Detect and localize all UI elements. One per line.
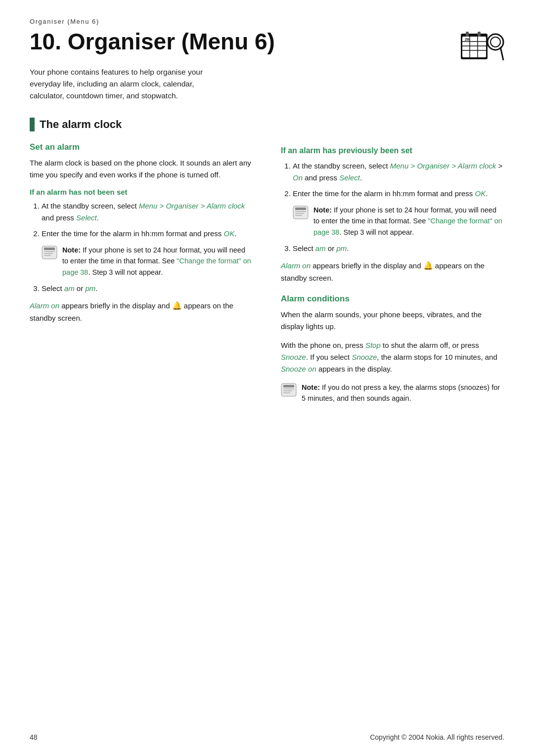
set-alarm-body: The alarm clock is based on the phone cl…	[30, 157, 253, 181]
step3-period: .	[95, 284, 97, 293]
top-label: Organiser (Menu 6)	[30, 18, 504, 25]
not-been-set-heading: If an alarm has not been set	[30, 188, 253, 196]
svg-point-9	[490, 37, 500, 47]
prev-step1-text-mid: >	[496, 162, 502, 170]
not-been-set-step-2: Enter the time for the alarm in hh:mm fo…	[42, 228, 253, 278]
logo-area: 28	[460, 30, 504, 66]
svg-line-10	[500, 47, 503, 60]
change-format-link-left: "Change the format" on page 38	[62, 257, 251, 276]
heading-bar-icon	[30, 118, 35, 131]
nokia-logo-icon: 28	[460, 30, 504, 64]
page-title: 10. Organiser (Menu 6)	[30, 29, 504, 54]
svg-text:28: 28	[465, 37, 469, 42]
svg-rect-17	[44, 255, 51, 256]
footer-copyright: Copyright © 2004 Nokia. All rights reser…	[370, 733, 504, 741]
ac-snooze-link: Snooze	[281, 353, 306, 361]
not-been-set-step-1: At the standby screen, select Menu > Org…	[42, 200, 253, 224]
alarm-conditions-heading: Alarm conditions	[281, 294, 504, 304]
alarm-on-label-left: Alarm on	[30, 301, 59, 310]
previously-set-list: At the standby screen, select Menu > Org…	[281, 160, 504, 254]
svg-rect-16	[44, 253, 53, 254]
step3-text-before: Select	[42, 284, 64, 293]
prev-step2-text-before: Enter the time for the alarm in hh:mm fo…	[293, 189, 475, 198]
footer: 48 Copyright © 2004 Nokia. All rights re…	[0, 733, 534, 741]
alarm-bell-icon-right: 🔔	[423, 259, 433, 272]
step3-text-mid: or	[75, 284, 86, 293]
ac-body2-before: With the phone on, press	[281, 341, 365, 349]
svg-rect-19	[295, 208, 306, 210]
step2-period: .	[234, 229, 236, 238]
svg-rect-26	[283, 390, 292, 391]
not-been-set-list: At the standby screen, select Menu > Org…	[30, 200, 253, 294]
svg-rect-21	[295, 213, 304, 214]
previously-set-step-2: Enter the time for the alarm in hh:mm fo…	[293, 188, 504, 238]
right-column: If an alarm has previously been set At t…	[267, 140, 504, 409]
step1-menu-link: Menu > Organiser > Alarm clock	[139, 202, 245, 210]
change-format-link-right: "Change the format" on page 38	[313, 217, 502, 236]
prev-step2-ok-link: OK	[475, 189, 486, 198]
set-alarm-heading: Set an alarm	[30, 142, 253, 152]
prev-step1-select-link: Select	[339, 173, 360, 182]
prev-step1-menu-link: Menu > Organiser > Alarm clock	[390, 162, 496, 170]
svg-rect-27	[283, 392, 290, 393]
left-column: Set an alarm The alarm clock is based on…	[30, 140, 267, 409]
svg-rect-15	[44, 251, 55, 252]
prev-step1-text-after: and press	[303, 173, 339, 182]
step2-ok-link: OK	[223, 229, 234, 238]
not-been-set-step-3: Select am or pm.	[42, 283, 253, 294]
svg-rect-11	[466, 32, 469, 37]
ac-body2-end3: appears in the display.	[316, 365, 392, 373]
prev-step2-period: .	[486, 189, 488, 198]
step1-select-link: Select	[76, 213, 97, 222]
section-alarm-clock-label: The alarm clock	[40, 118, 122, 131]
alarm-conditions-body1: When the alarm sounds, your phone beeps,…	[281, 309, 504, 333]
note-icon	[42, 246, 57, 259]
step2-text-before: Enter the time for the alarm in hh:mm fo…	[42, 229, 223, 238]
previously-set-step-1: At the standby screen, select Menu > Org…	[293, 160, 504, 184]
intro-text: Your phone contains features to help org…	[30, 66, 213, 102]
not-been-set-note-text: Note: If your phone is set to 24 hour fo…	[62, 245, 253, 278]
svg-rect-22	[295, 215, 302, 216]
alarm-conditions-note-box: Note: If you do not press a key, the ala…	[281, 382, 504, 404]
not-been-set-alarm-on-text: Alarm on appears briefly in the display …	[30, 299, 253, 324]
not-been-set-note-box: Note: If your phone is set to 24 hour fo…	[42, 245, 253, 278]
footer-page-number: 48	[30, 733, 38, 741]
alarm-on-label-right: Alarm on	[281, 261, 311, 270]
svg-rect-14	[44, 248, 55, 250]
ac-snooze2-link: Snooze	[352, 353, 377, 361]
alarm-conditions-body2: With the phone on, press Stop to shut th…	[281, 339, 504, 375]
ac-stop-link: Stop	[365, 341, 381, 349]
step3-am-link: am	[64, 284, 75, 293]
prev-step3-pm-link: pm	[336, 244, 347, 252]
previously-set-alarm-on-text: Alarm on appears briefly in the display …	[281, 259, 504, 284]
note-icon-right	[293, 206, 309, 219]
previously-set-step-3: Select am or pm.	[293, 243, 504, 254]
prev-step3-am-link: am	[315, 244, 326, 252]
section-alarm-clock-heading: The alarm clock	[30, 118, 504, 131]
svg-rect-25	[283, 388, 294, 389]
step1-text-before: At the standby screen, select	[42, 202, 139, 210]
ac-body2-end: . If you select	[306, 353, 352, 361]
prev-step1-on-link: On	[293, 173, 303, 182]
alarm-conditions-note-text: Note: If you do not press a key, the ala…	[302, 382, 504, 404]
previously-set-note-box: Note: If your phone is set to 24 hour fo…	[293, 205, 504, 238]
svg-rect-24	[283, 385, 294, 387]
alarm-bell-icon-left: 🔔	[172, 299, 182, 312]
ac-body2-end2: , the alarm stops for 10 minutes, and	[377, 353, 497, 361]
ac-snooze-on-label: Snooze on	[281, 365, 316, 373]
prev-step3-text-before: Select	[293, 244, 315, 252]
ac-body2-mid: to shut the alarm off, or press	[381, 341, 479, 349]
prev-step1-period: .	[360, 173, 362, 182]
note-icon-ac	[281, 383, 297, 397]
step1-text-after: and press	[42, 213, 76, 222]
prev-step3-text-mid: or	[326, 244, 337, 252]
svg-rect-20	[295, 211, 306, 212]
step1-period: .	[97, 213, 99, 222]
previously-set-note-text: Note: If your phone is set to 24 hour fo…	[313, 205, 504, 238]
svg-rect-12	[478, 32, 481, 37]
prev-step3-period: .	[347, 244, 349, 252]
prev-step1-text-before: At the standby screen, select	[293, 162, 390, 170]
step3-pm-link: pm	[85, 284, 95, 293]
previously-set-heading: If an alarm has previously been set	[281, 146, 504, 155]
